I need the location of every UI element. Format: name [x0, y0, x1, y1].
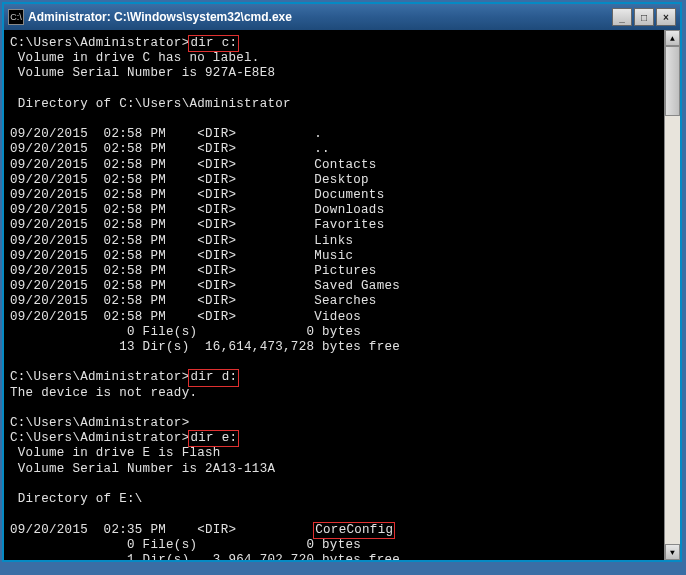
listing-row: 09/20/2015 02:58 PM <DIR> Searches	[10, 294, 377, 308]
window-title: Administrator: C:\Windows\system32\cmd.e…	[28, 10, 612, 24]
command-highlight: dir d:	[188, 369, 239, 386]
summary-line: 0 File(s) 0 bytes	[10, 538, 361, 552]
summary-line: 1 Dir(s) 3,964,702,720 bytes free	[10, 553, 400, 560]
output-line: Volume in drive C has no label.	[10, 51, 260, 65]
scroll-up-button[interactable]: ▲	[665, 30, 680, 46]
listing-row: 09/20/2015 02:58 PM <DIR> Music	[10, 249, 353, 263]
prompt: C:\Users\Administrator>	[10, 416, 189, 430]
prompt: C:\Users\Administrator>	[10, 36, 189, 50]
console-output[interactable]: C:\Users\Administrator>dir c: Volume in …	[4, 30, 664, 560]
listing-row: 09/20/2015 02:35 PM <DIR>	[10, 523, 314, 537]
output-line: Volume Serial Number is 2A13-113A	[10, 462, 275, 476]
output-line: Volume Serial Number is 927A-E8E8	[10, 66, 275, 80]
folder-highlight: CoreConfig	[313, 522, 395, 539]
listing-row: 09/20/2015 02:58 PM <DIR> Contacts	[10, 158, 377, 172]
listing-row: 09/20/2015 02:58 PM <DIR> ..	[10, 142, 330, 156]
listing-row: 09/20/2015 02:58 PM <DIR> .	[10, 127, 322, 141]
listing-row: 09/20/2015 02:58 PM <DIR> Favorites	[10, 218, 384, 232]
scroll-thumb[interactable]	[665, 46, 680, 116]
summary-line: 13 Dir(s) 16,614,473,728 bytes free	[10, 340, 400, 354]
scroll-track[interactable]	[665, 46, 680, 544]
titlebar[interactable]: C:\ Administrator: C:\Windows\system32\c…	[4, 4, 680, 30]
listing-row: 09/20/2015 02:58 PM <DIR> Videos	[10, 310, 361, 324]
output-line: Volume in drive E is Flash	[10, 446, 221, 460]
prompt: C:\Users\Administrator>	[10, 370, 189, 384]
listing-row: 09/20/2015 02:58 PM <DIR> Documents	[10, 188, 384, 202]
command-highlight: dir c:	[188, 35, 239, 52]
output-line: Directory of E:\	[10, 492, 143, 506]
minimize-button[interactable]: _	[612, 8, 632, 26]
scrollbar[interactable]: ▲ ▼	[664, 30, 680, 560]
cmd-icon: C:\	[8, 9, 24, 25]
window-controls: _ □ ×	[612, 8, 676, 26]
console-wrap: C:\Users\Administrator>dir c: Volume in …	[4, 30, 680, 560]
prompt: C:\Users\Administrator>	[10, 431, 189, 445]
summary-line: 0 File(s) 0 bytes	[10, 325, 361, 339]
output-line: The device is not ready.	[10, 386, 197, 400]
cmd-window: C:\ Administrator: C:\Windows\system32\c…	[2, 2, 682, 562]
listing-row: 09/20/2015 02:58 PM <DIR> Links	[10, 234, 353, 248]
listing-row: 09/20/2015 02:58 PM <DIR> Desktop	[10, 173, 369, 187]
listing-row: 09/20/2015 02:58 PM <DIR> Downloads	[10, 203, 384, 217]
close-button[interactable]: ×	[656, 8, 676, 26]
listing-row: 09/20/2015 02:58 PM <DIR> Saved Games	[10, 279, 400, 293]
command-highlight: dir e:	[188, 430, 239, 447]
listing-row: 09/20/2015 02:58 PM <DIR> Pictures	[10, 264, 377, 278]
maximize-button[interactable]: □	[634, 8, 654, 26]
output-line: Directory of C:\Users\Administrator	[10, 97, 291, 111]
scroll-down-button[interactable]: ▼	[665, 544, 680, 560]
